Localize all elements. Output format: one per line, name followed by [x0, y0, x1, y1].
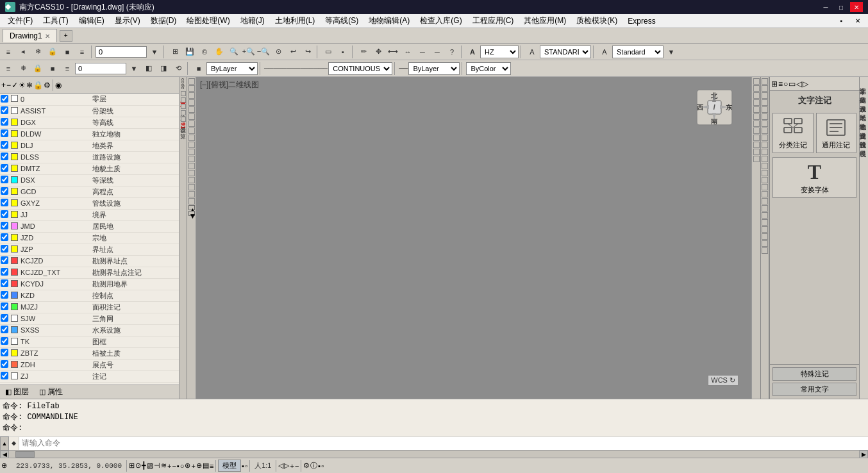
dls-btn18[interactable]: [188, 198, 195, 204]
tb-more1[interactable]: ─: [415, 45, 430, 59]
layer-check[interactable]: [1, 164, 8, 172]
layer-tab-btn[interactable]: ◧ 图层: [5, 386, 29, 397]
drs-btn3[interactable]: [753, 92, 760, 99]
tb-pencil[interactable]: ✏: [356, 45, 371, 59]
drs-btn6[interactable]: [753, 113, 760, 120]
mrs-btn1[interactable]: [762, 78, 768, 85]
annot-special-btn[interactable]: 特殊注记: [772, 367, 856, 381]
layer-check[interactable]: [1, 245, 8, 253]
menu-object-edit[interactable]: 地物编辑(A): [363, 14, 415, 28]
lp-new-layer[interactable]: +: [1, 81, 6, 90]
drs-btn7[interactable]: [753, 120, 760, 127]
layer-row[interactable]: TK 图框: [0, 336, 179, 347]
status-btn15[interactable]: ≡: [210, 462, 213, 470]
layer-row[interactable]: DLDW 独立地物: [0, 128, 179, 140]
minimize-button[interactable]: ─: [819, 2, 832, 12]
tb-freeze[interactable]: ❄: [31, 45, 45, 59]
layer-check[interactable]: [1, 141, 8, 149]
drs-btn8[interactable]: [753, 128, 760, 134]
tb-stretch[interactable]: ↔: [401, 45, 415, 59]
menu-cadastre[interactable]: 地籍(J): [235, 14, 270, 28]
mrs-btn2[interactable]: [762, 85, 768, 92]
layer-name-input-2[interactable]: [75, 63, 126, 74]
mrs-btn13[interactable]: [762, 163, 768, 169]
tb2-lw2[interactable]: ≡: [60, 62, 74, 76]
status-extra1[interactable]: ▪: [318, 462, 321, 470]
menu-land-use[interactable]: 土地利用(L): [270, 14, 321, 28]
dls-btn17[interactable]: [188, 191, 195, 197]
menu-check[interactable]: 检查入库(G): [415, 14, 467, 28]
lp-del-layer[interactable]: −: [6, 81, 11, 90]
annot-tb-btn4[interactable]: ▭: [789, 79, 796, 88]
tb-move[interactable]: ✥: [371, 45, 385, 59]
dls-btn6[interactable]: [188, 113, 195, 120]
linestyle-select[interactable]: CONTINUOUS: [328, 62, 392, 75]
layer-row[interactable]: SJW 三角网: [0, 313, 179, 324]
dls-btn10[interactable]: [188, 142, 195, 148]
layer-row[interactable]: DGX 等高线: [0, 117, 179, 128]
svt-pipeline[interactable]: 管线设施: [860, 132, 868, 141]
mrs-btn24[interactable]: [762, 240, 768, 247]
menu-view[interactable]: 显示(V): [110, 14, 146, 28]
lp-set-current[interactable]: ✓: [12, 81, 18, 90]
std-select[interactable]: Standard: [612, 46, 664, 58]
status-btn8[interactable]: −: [172, 462, 176, 470]
tb-undo[interactable]: ↩: [286, 45, 300, 59]
mrs-btn9[interactable]: [762, 135, 768, 141]
cmd-scroll-btn[interactable]: ▲: [0, 436, 9, 451]
status-plus1[interactable]: +: [290, 462, 294, 470]
drs-btn11[interactable]: [753, 149, 760, 155]
layer-row[interactable]: KZD 控制点: [0, 290, 179, 301]
annot-classify-btn[interactable]: 分类注记: [772, 113, 814, 153]
annot-common-text-btn[interactable]: 常用文字: [772, 383, 856, 396]
tb-std-icon[interactable]: A: [597, 45, 612, 59]
layer-row[interactable]: JJ 境界: [0, 209, 179, 220]
lineweight-select[interactable]: ByLayer: [408, 62, 460, 75]
menu-quality[interactable]: 质检模块(K): [571, 14, 622, 28]
layer-row[interactable]: DLJ 地类界: [0, 140, 179, 151]
tb-style-icon[interactable]: A: [525, 45, 539, 59]
status-btn13[interactable]: ⊕: [196, 461, 202, 470]
tb-help[interactable]: ?: [445, 45, 459, 59]
status-minus1[interactable]: −: [295, 462, 299, 470]
code-num[interactable]: 91: [180, 122, 187, 129]
tb-save[interactable]: 💾: [183, 45, 197, 59]
tab-nav-button[interactable]: +: [60, 30, 72, 42]
mrs-btn6[interactable]: [762, 113, 768, 120]
menu-draw[interactable]: 绘图处理(W): [181, 14, 235, 28]
tb-dropdown[interactable]: ▼: [147, 45, 162, 59]
code-btn-2[interactable]: [181, 97, 186, 103]
status-extra2[interactable]: ▫: [321, 462, 324, 470]
svt-positioning[interactable]: 定位基础: [860, 87, 868, 96]
dls-btn7[interactable]: [188, 120, 195, 127]
mrs-btn19[interactable]: [762, 205, 768, 212]
layer-check[interactable]: [1, 268, 8, 276]
layer-check[interactable]: [1, 337, 8, 345]
tb-redo[interactable]: ↪: [301, 45, 315, 59]
mrs-btn11[interactable]: [762, 149, 768, 155]
scroll-left-btn[interactable]: ◀: [0, 451, 9, 458]
annot-tb-btn6[interactable]: ▷: [803, 79, 808, 88]
layer-row[interactable]: ZDH 展点号: [0, 359, 179, 370]
tb-zoom-realtime[interactable]: 🔍: [227, 45, 241, 59]
tb2-dropdown2[interactable]: ▼: [127, 62, 141, 76]
lp-settings[interactable]: ⚙: [44, 81, 51, 90]
layer-check[interactable]: [1, 256, 8, 264]
tb2-bylayer-color[interactable]: ■: [192, 62, 206, 76]
dls-btn3[interactable]: [188, 92, 195, 99]
layer-check[interactable]: [1, 118, 8, 126]
dls-btn1[interactable]: [188, 78, 195, 85]
mrs-btn10[interactable]: [762, 142, 768, 148]
mrs-btn21[interactable]: [762, 219, 768, 226]
tab-close-icon[interactable]: ✕: [45, 33, 50, 40]
mrs-btn8[interactable]: [762, 128, 768, 134]
svt-residential[interactable]: 居民地: [860, 105, 868, 114]
code-btn-5[interactable]: [181, 117, 186, 122]
mrs-btn25[interactable]: [762, 247, 768, 254]
status-btn2[interactable]: ⊙: [135, 461, 141, 470]
font-select[interactable]: HZ: [480, 46, 519, 58]
lp-show-all[interactable]: ☀: [19, 81, 26, 90]
tb-lineweight[interactable]: ≡: [75, 45, 89, 59]
layer-check[interactable]: [1, 106, 8, 114]
svt-water[interactable]: 水系设施: [860, 96, 868, 105]
